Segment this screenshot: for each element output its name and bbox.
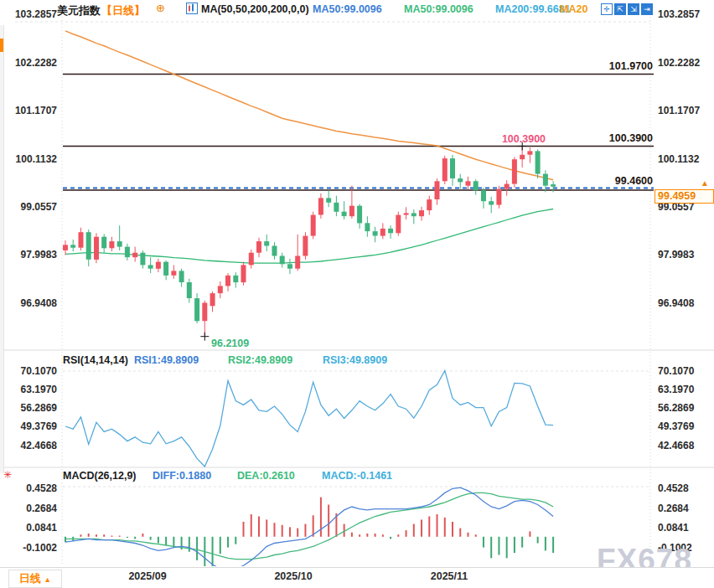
price-axis-label: 96.9408 bbox=[3, 297, 57, 309]
rsi-axis-label: 63.1970 bbox=[658, 384, 713, 395]
price-axis-label: 103.2857 bbox=[3, 8, 57, 20]
high-price-label: 100.3900 bbox=[493, 133, 555, 145]
macd-title[interactable]: MACD(26,12,9) bbox=[63, 470, 137, 482]
indicator-settings-icon[interactable]: ✳ bbox=[3, 469, 12, 481]
support-label: 99.4600 bbox=[569, 175, 653, 187]
x-axis-date: 2025/10 bbox=[266, 570, 320, 582]
rsi-axis-label: 56.2869 bbox=[3, 402, 57, 414]
period-selector-arrow-icon: ▲ bbox=[44, 575, 51, 584]
zoom-out-axis-button[interactable]: ⇲ bbox=[628, 3, 639, 15]
price-axis-label: 100.1132 bbox=[3, 153, 57, 165]
rsi-axis-label: 42.4668 bbox=[3, 440, 57, 451]
price-axis-label: 99.0557 bbox=[3, 201, 57, 213]
price-axis-label: 96.9408 bbox=[658, 297, 713, 309]
ma50-blue-value: MA50:99.0096 bbox=[313, 3, 382, 15]
ma20-orange-value: MA20 bbox=[560, 3, 587, 15]
rsi3-value: RSI3:49.8909 bbox=[323, 354, 387, 366]
rsi-title[interactable]: RSI(14,14,14) bbox=[63, 354, 128, 366]
symbol-title: 美元指数 bbox=[57, 3, 101, 18]
macd-axis-label: 0.2684 bbox=[3, 503, 57, 514]
chart-type-icon[interactable] bbox=[186, 3, 198, 18]
macd-axis-label: -0.1002 bbox=[3, 542, 57, 554]
macd-value: MACD:-0.1461 bbox=[322, 470, 392, 482]
add-indicator-icon[interactable]: ⊕ bbox=[156, 2, 165, 14]
low-price-label: 96.2109 bbox=[211, 338, 249, 349]
bottom-bar bbox=[0, 567, 714, 588]
rsi2-value: RSI2:49.8909 bbox=[228, 354, 292, 366]
diff-value: DIFF:0.1880 bbox=[153, 470, 211, 482]
rsi-axis-label: 42.4668 bbox=[658, 440, 713, 451]
macd-axis-label: 0.4528 bbox=[3, 482, 57, 494]
rsi-axis-label: 56.2869 bbox=[658, 402, 713, 414]
price-axis-label: 100.1132 bbox=[658, 153, 713, 165]
macd-axis-label: 0.0841 bbox=[658, 522, 713, 534]
rsi-axis-label: 63.1970 bbox=[3, 384, 57, 395]
price-axis-label: 101.1707 bbox=[3, 105, 57, 116]
zoom-in-axis-button[interactable]: ⇱ bbox=[614, 3, 626, 15]
current-price-tag: 99.4959 bbox=[654, 189, 714, 204]
price-axis-label: 103.2857 bbox=[658, 8, 713, 20]
dea-value: DEA:0.2610 bbox=[237, 470, 295, 482]
price-axis-label: 97.9983 bbox=[3, 249, 57, 260]
rsi-axis-label: 70.1070 bbox=[3, 365, 57, 377]
macd-axis-label: 0.4528 bbox=[658, 482, 713, 494]
x-axis-date: 2025/11 bbox=[422, 570, 476, 582]
price-axis-label: 102.2282 bbox=[3, 57, 57, 69]
ma-settings-label[interactable]: MA(50,50,200,200,0,0) bbox=[201, 3, 309, 15]
period-title: 【日线】 bbox=[101, 3, 145, 18]
resistance2-label: 100.3900 bbox=[569, 132, 653, 144]
price-axis-label: 101.1707 bbox=[658, 105, 713, 116]
x-axis-date: 2025/09 bbox=[121, 570, 174, 582]
price-axis-label: 102.2282 bbox=[658, 57, 713, 69]
period-selector-label: 日线 bbox=[19, 572, 41, 585]
trading-chart-window: 美元指数 【日线】 ⊕ MA(50,50,200,200,0,0) MA50:9… bbox=[0, 0, 714, 588]
rsi-axis-label: 70.1070 bbox=[658, 365, 713, 377]
left-strip-marker bbox=[0, 39, 3, 52]
crosshair-tool-button[interactable]: ✛ bbox=[601, 3, 613, 15]
ma50-green-value: MA50:99.0096 bbox=[404, 3, 473, 15]
chart-canvas[interactable] bbox=[0, 0, 714, 588]
macd-axis-label: 0.2684 bbox=[658, 503, 713, 514]
macd-axis-label: 0.0841 bbox=[3, 522, 57, 534]
resistance1-label: 101.9700 bbox=[569, 60, 653, 72]
price-axis-label: 97.9983 bbox=[658, 249, 713, 260]
price-up-arrow-icon: ▲ bbox=[701, 178, 709, 188]
rsi1-value: RSI1:49.8909 bbox=[134, 354, 199, 366]
exit-fullscreen-button[interactable]: ⇥ bbox=[641, 3, 653, 15]
period-selector[interactable]: 日线 ▲ bbox=[8, 570, 62, 588]
rsi-axis-label: 49.3769 bbox=[658, 420, 713, 432]
rsi-axis-label: 49.3769 bbox=[3, 420, 57, 432]
